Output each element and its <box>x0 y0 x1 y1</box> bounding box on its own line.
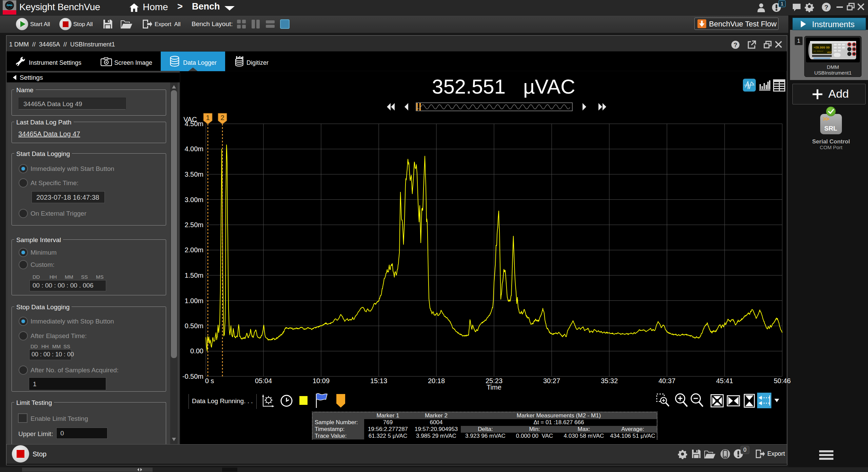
svg-text:AC 300mV: AC 300mV <box>813 50 823 52</box>
svg-text:?: ? <box>824 4 828 11</box>
svg-text:?: ? <box>734 42 737 48</box>
svg-text:+09.999 99: +09.999 99 <box>813 45 830 49</box>
svg-text:2: 2 <box>220 114 224 121</box>
svg-text:1: 1 <box>206 114 210 121</box>
svg-text:VDC: VDC <box>827 51 832 54</box>
